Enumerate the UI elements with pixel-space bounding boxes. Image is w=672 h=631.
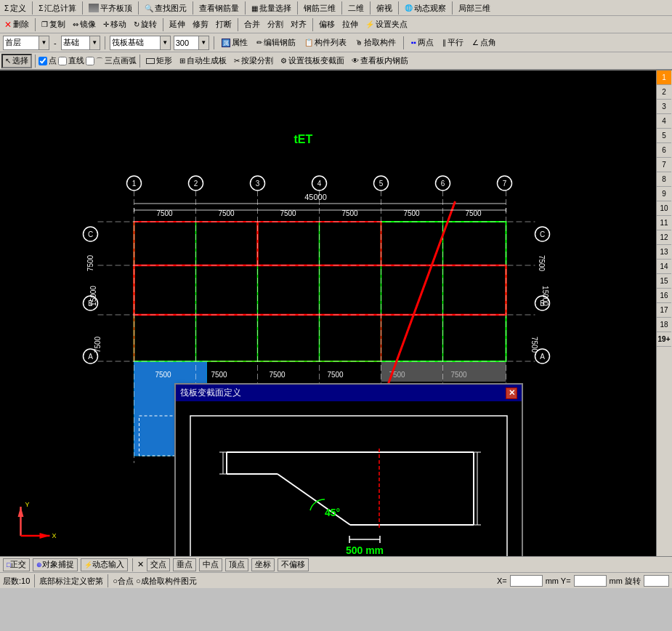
btn-perpendicular[interactable]: 垂点 — [173, 558, 196, 571]
btn-ortho[interactable]: □ 正交 — [3, 558, 30, 571]
btn-vertex[interactable]: 顶点 — [225, 558, 248, 571]
right-panel-row10[interactable]: 10 — [657, 201, 671, 216]
dialog-close-button[interactable]: ✕ — [506, 387, 517, 399]
menu-batch-select[interactable]: ▦ 批量选择 — [248, 1, 294, 15]
floor-dropdown[interactable]: ▼ — [39, 36, 49, 50]
type-input[interactable]: 基础 — [61, 36, 90, 50]
menu-dynamic-view[interactable]: 🌐 动态观察 — [402, 1, 449, 15]
btn-copy[interactable]: ❐ 复制 — [39, 17, 68, 32]
member-selector[interactable]: 筏板基础 ▼ — [110, 36, 171, 50]
btn-edit-rebar[interactable]: ✏ 编辑钢筋 — [254, 36, 299, 50]
right-panel-row3[interactable]: 3 — [657, 100, 671, 114]
rotate-input[interactable] — [644, 575, 669, 587]
right-panel-row19-plus[interactable]: 19+ — [657, 332, 671, 347]
btn-view-slab-rebar[interactable]: 👁 查看板内钢筋 — [349, 54, 411, 68]
dialog-title-bar[interactable]: 筏板变截面定义 ✕ — [176, 385, 522, 401]
menu-view-rebar[interactable]: 查看钢筋量 — [196, 1, 242, 15]
size-dropdown[interactable]: ▼ — [199, 36, 209, 50]
btn-object-snap[interactable]: ⊕ 对象捕捉 — [33, 558, 78, 571]
btn-no-offset[interactable]: 不偏移 — [278, 558, 309, 571]
btn-split-by-beam[interactable]: ✂ 按梁分割 — [231, 54, 276, 68]
menu-find-element[interactable]: 🔍 查找图元 — [142, 1, 190, 15]
btn-mirror[interactable]: ⇔ 镜像 — [70, 17, 99, 32]
cad-canvas-area[interactable]: 1 2 3 4 5 6 7 C B A C B — [0, 71, 656, 556]
btn-merge[interactable]: 合并 — [241, 17, 263, 32]
btn-dynamic-input[interactable]: ⚡ 动态输入 — [81, 558, 128, 571]
btn-split[interactable]: 分割 — [264, 17, 286, 32]
btn-auto-gen-slab[interactable]: ⊞ 自动生成板 — [177, 54, 230, 68]
btn-parallel[interactable]: ∥ 平行 — [440, 36, 466, 50]
btn-properties[interactable]: 属 属性 — [219, 36, 251, 50]
floor-selector[interactable]: 首层 ▼ — [3, 36, 49, 50]
right-panel-row17[interactable]: 17 — [657, 303, 671, 318]
menu-rebar-3d[interactable]: 钢筋三维 — [301, 1, 339, 15]
menu-summarize[interactable]: Σ 汇总计算 — [36, 1, 79, 15]
btn-coordinate[interactable]: 坐标 — [251, 558, 275, 571]
btn-set-grip[interactable]: ⚡ 设置夹点 — [363, 17, 410, 32]
check-line[interactable]: 直线 — [58, 55, 84, 66]
sep14 — [312, 18, 313, 31]
btn-extend[interactable]: 延伸 — [166, 17, 188, 32]
svg-text:45°: 45° — [325, 507, 340, 518]
right-panel-row7[interactable]: 7 — [657, 158, 671, 172]
right-panel-row8[interactable]: 8 — [657, 172, 671, 187]
right-panel-row4[interactable]: 4 — [657, 114, 671, 129]
btn-midpoint[interactable]: 中点 — [199, 558, 222, 571]
right-panel-row18[interactable]: 18 — [657, 318, 671, 332]
btn-pick-component[interactable]: 🖱 拾取构件 — [352, 36, 399, 50]
member-dropdown[interactable]: ▼ — [161, 36, 171, 50]
x-input[interactable] — [510, 575, 543, 587]
btn-point-angle[interactable]: ∠ 点角 — [469, 36, 499, 50]
btn-break[interactable]: 打断 — [213, 17, 235, 32]
right-panel-row5[interactable]: 5 — [657, 129, 671, 143]
sep9 — [398, 1, 399, 15]
y-input[interactable] — [574, 575, 607, 587]
right-panel-row6[interactable]: 6 — [657, 143, 671, 158]
toolbar-row3: 首层 ▼ - 基础 ▼ 筏板基础 ▼ 300 ▼ 属 属性 ✏ 编辑钢筋 📋 构… — [0, 33, 672, 52]
menu-top-view[interactable]: 俯视 — [373, 1, 395, 15]
btn-align[interactable]: 对齐 — [288, 17, 309, 32]
floor-input[interactable]: 首层 — [3, 36, 39, 50]
btn-two-point[interactable]: ▪▪ 两点 — [408, 36, 437, 50]
check-arc[interactable]: ⌒ 三点画弧 — [86, 55, 137, 66]
btn-component-list[interactable]: 📋 构件列表 — [301, 36, 349, 50]
size-selector[interactable]: 300 ▼ — [174, 36, 209, 50]
right-panel-row1[interactable]: 1 — [657, 71, 671, 85]
checkbox-point[interactable] — [39, 57, 47, 65]
right-panel-row16[interactable]: 16 — [657, 289, 671, 303]
right-panel-row13[interactable]: 13 — [657, 245, 671, 260]
size-input[interactable]: 300 — [174, 36, 199, 50]
right-panel-row15[interactable]: 15 — [657, 274, 671, 289]
right-panel-row14[interactable]: 14 — [657, 260, 671, 274]
type-dropdown[interactable]: ▼ — [90, 36, 100, 50]
menu-local-3d[interactable]: 局部三维 — [456, 1, 493, 15]
right-panel-row11[interactable]: 11 — [657, 216, 671, 230]
snap-label: ✕ — [137, 560, 144, 569]
btn-intersection[interactable]: 交点 — [147, 558, 170, 571]
btn-rotate[interactable]: ↻ 旋转 — [131, 17, 160, 32]
menu-2d[interactable]: 二维 — [345, 1, 367, 15]
right-panel-row9[interactable]: 9 — [657, 187, 671, 201]
btn-stretch[interactable]: 拉伸 — [339, 17, 361, 32]
sep3 — [138, 1, 139, 15]
svg-text:7500: 7500 — [155, 371, 171, 379]
right-panel-row2[interactable]: 2 — [657, 85, 671, 100]
svg-text:1: 1 — [132, 180, 137, 188]
checkbox-line[interactable] — [58, 57, 67, 65]
right-number-panel: 1 2 3 4 5 6 7 8 9 10 11 12 13 14 15 16 1… — [656, 71, 672, 556]
menu-define[interactable]: Σ 定义 — [1, 1, 29, 15]
btn-select[interactable]: ↖ 选择 — [1, 54, 32, 68]
svg-text:15000: 15000 — [541, 286, 549, 306]
check-point[interactable]: 点 — [39, 55, 57, 66]
btn-trim[interactable]: 修剪 — [190, 17, 211, 32]
btn-set-variable-section[interactable]: ⚙ 设置筏板变截面 — [278, 54, 347, 68]
btn-rectangle[interactable]: 矩形 — [143, 54, 175, 68]
btn-delete[interactable]: ✕ 删除 — [1, 17, 32, 32]
menu-align-top[interactable]: 平齐板顶 — [86, 1, 135, 15]
btn-offset[interactable]: 偏移 — [316, 17, 338, 32]
btn-move[interactable]: ✛ 移动 — [100, 17, 129, 32]
member-input[interactable]: 筏板基础 — [110, 36, 161, 50]
type-selector[interactable]: 基础 ▼ — [61, 36, 100, 50]
checkbox-arc[interactable] — [86, 57, 94, 65]
right-panel-row12[interactable]: 12 — [657, 230, 671, 245]
